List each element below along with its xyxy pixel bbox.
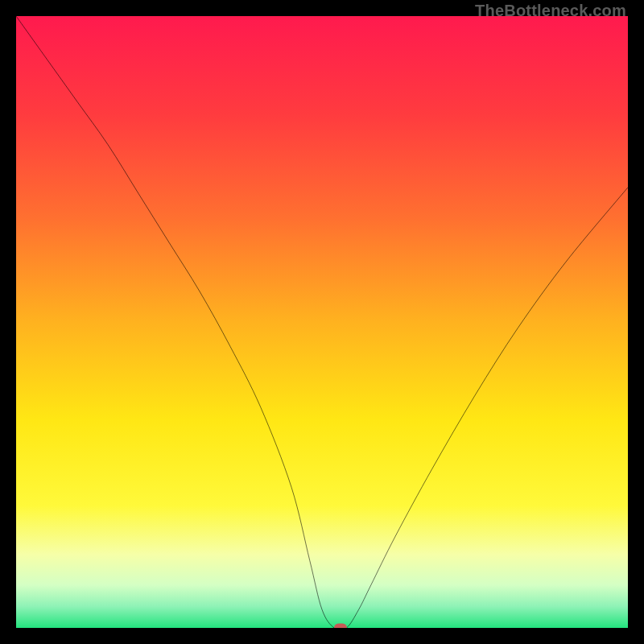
plot-area [16,16,628,628]
watermark-text: TheBottleneck.com [475,2,626,20]
bottleneck-curve [16,16,628,628]
optimal-point-marker [334,624,347,629]
chart-frame: TheBottleneck.com [0,0,644,644]
